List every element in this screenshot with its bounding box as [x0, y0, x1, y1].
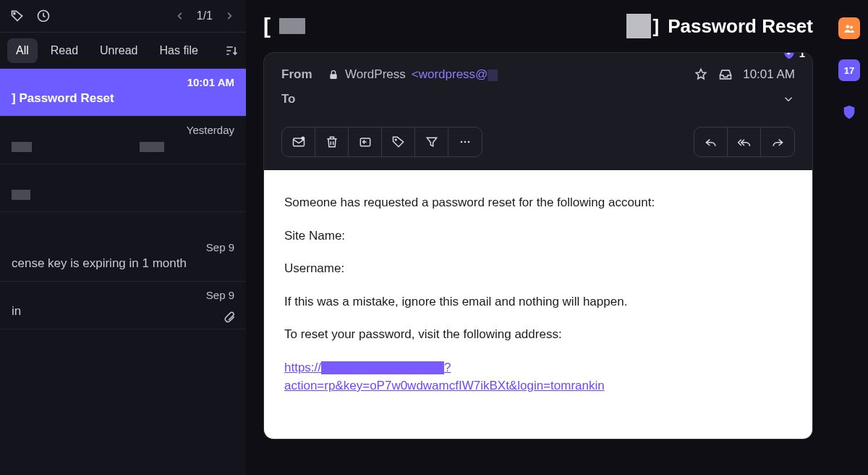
pager: 1/1 — [172, 8, 237, 24]
to-row: To — [281, 92, 795, 106]
message-item[interactable]: Sep 9 cense key is expiring in 1 month — [0, 211, 246, 281]
attachment-icon — [223, 310, 236, 323]
reply-button[interactable] — [694, 127, 728, 156]
right-rail: 17 — [830, 0, 868, 475]
detail-time: 10:01 AM — [743, 67, 795, 82]
star-button[interactable] — [694, 67, 708, 82]
body-line: If this was a mistake, ignore this email… — [284, 293, 792, 311]
label-button[interactable] — [382, 127, 415, 156]
message-list-pane: 1/1 All Read Unread Has file 10:01 AM ] … — [0, 0, 246, 475]
filter-unread[interactable]: Unread — [91, 38, 146, 63]
message-time — [12, 337, 234, 349]
action-group-left — [281, 127, 482, 157]
message-time — [12, 172, 234, 184]
filter-bar: All Read Unread Has file — [0, 32, 246, 68]
clock-icon[interactable] — [35, 7, 52, 25]
filter-button[interactable] — [415, 127, 448, 156]
svg-point-0 — [14, 13, 15, 14]
svg-point-8 — [464, 141, 467, 143]
svg-rect-2 — [330, 74, 336, 79]
body-line: Site Name: — [284, 227, 792, 245]
message-body: Someone has requested a password reset f… — [264, 170, 812, 439]
detail-card: 1 From WordPress <wordpress@ — [263, 52, 813, 440]
svg-point-7 — [461, 141, 463, 143]
message-subject — [12, 139, 234, 154]
next-page-button[interactable] — [221, 8, 237, 24]
message-item[interactable] — [0, 164, 246, 211]
expand-recipients-button[interactable] — [782, 93, 795, 106]
message-item[interactable]: 10:01 AM ] Password Reset — [0, 68, 246, 116]
from-email: <wordpress@ — [412, 67, 498, 82]
reply-all-button[interactable] — [728, 127, 761, 156]
detail-title: [ ] Password Reset — [263, 0, 813, 52]
prev-page-button[interactable] — [172, 8, 188, 24]
message-subject — [12, 187, 234, 201]
message-time: Yesterday — [12, 124, 234, 136]
calendar-day: 17 — [844, 65, 854, 76]
svg-point-6 — [395, 139, 396, 140]
shield-check-icon — [782, 52, 796, 60]
svg-point-11 — [850, 26, 853, 29]
svg-point-9 — [468, 141, 470, 143]
filter-all[interactable]: All — [7, 38, 38, 63]
mark-unread-button[interactable] — [282, 127, 315, 156]
contacts-app-button[interactable] — [838, 17, 860, 39]
body-line: Username: — [284, 259, 792, 278]
message-item[interactable]: Yesterday — [0, 116, 246, 164]
sender-avatar — [626, 14, 651, 38]
message-time: Sep 9 — [12, 289, 234, 301]
message-list: 10:01 AM ] Password Reset Yesterday Sep … — [0, 68, 246, 475]
pager-text: 1/1 — [192, 9, 217, 22]
detail-meta: From WordPress <wordpress@ 10:01 AM — [264, 53, 812, 127]
message-time: Sep 9 — [12, 241, 234, 253]
detail-pane: [ ] Password Reset 1 From WordPress <wor… — [246, 0, 830, 475]
filter-has-file[interactable]: Has file — [151, 38, 207, 63]
to-label: To — [281, 92, 318, 106]
svg-point-10 — [846, 25, 850, 29]
from-row: From WordPress <wordpress@ 10:01 AM — [281, 67, 795, 82]
message-time: 10:01 AM — [12, 76, 234, 88]
detail-subject: Password Reset — [668, 15, 813, 38]
message-item[interactable] — [0, 329, 246, 387]
detail-toolbar — [264, 127, 812, 170]
from-label: From — [281, 67, 318, 82]
body-line: To reset your password, visit the follow… — [284, 325, 792, 344]
calendar-app-button[interactable]: 17 — [838, 59, 860, 81]
message-item[interactable]: Sep 9 in — [0, 281, 246, 329]
list-header: 1/1 — [0, 0, 246, 32]
tag-icon[interactable] — [9, 7, 26, 25]
inbox-icon — [718, 67, 733, 82]
from-name: WordPress — [345, 67, 406, 82]
message-subject: cense key is expiring in 1 month — [12, 256, 234, 271]
reset-link[interactable]: https://?action=rp&key=oP7w0wdwamcfIW7ik… — [284, 361, 605, 393]
bracket-icon: [ — [263, 14, 271, 38]
forward-button[interactable] — [761, 127, 794, 156]
action-group-right — [694, 127, 795, 157]
svg-point-4 — [301, 137, 305, 140]
filter-read[interactable]: Read — [42, 38, 87, 63]
archive-button[interactable] — [349, 127, 382, 156]
security-app-button[interactable] — [838, 101, 860, 123]
message-subject: in — [12, 304, 234, 319]
badge-count: 1 — [799, 52, 805, 59]
lock-icon — [328, 69, 339, 80]
verified-badge: 1 — [782, 52, 805, 60]
delete-button[interactable] — [315, 127, 349, 156]
body-line: Someone has requested a password reset f… — [284, 193, 792, 212]
sort-button[interactable] — [224, 43, 239, 58]
more-button[interactable] — [448, 127, 482, 156]
message-subject: ] Password Reset — [12, 91, 234, 106]
